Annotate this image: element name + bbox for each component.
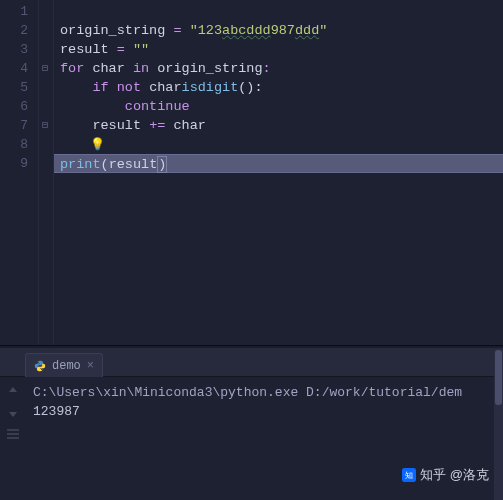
console-result: 123987 [33,402,495,421]
arrow-up-icon[interactable] [7,385,19,397]
code-line[interactable]: result = "" [54,40,503,59]
wrap-icon[interactable] [6,429,20,439]
code-line[interactable]: print(result) [54,155,503,174]
fold-icon[interactable]: ⊟ [42,59,48,78]
svg-text:知: 知 [405,471,413,480]
zhihu-icon: 知 [402,468,416,482]
console-tabbar: demo × [0,346,503,377]
python-icon [34,360,46,372]
close-icon[interactable]: × [87,359,94,373]
arrow-down-icon[interactable] [7,407,19,419]
code-line[interactable]: ⊟for char in origin_string: [54,59,503,78]
tab-demo[interactable]: demo × [25,353,103,377]
code-line[interactable]: origin_string = "123abcddd987ddd" [54,21,503,40]
code-editor[interactable]: 1 2 3 4 5 6 7 8 9 origin_string = "123ab… [0,0,503,345]
fold-gutter [39,0,54,345]
code-line[interactable]: continue [54,97,503,116]
code-line[interactable]: ⊟ result += char [54,116,503,135]
scrollbar-thumb[interactable] [495,350,502,405]
code-line[interactable]: if not charisdigit(): [54,78,503,97]
console-command: C:\Users\xin\Miniconda3\python.exe D:/wo… [33,383,495,402]
code-line[interactable]: 💡 [54,135,503,155]
lightbulb-icon[interactable]: 💡 [90,138,105,152]
tab-label: demo [52,359,81,373]
code-line[interactable] [54,2,503,21]
line-number-gutter: 1 2 3 4 5 6 7 8 9 [0,0,39,345]
fold-end-icon: ⊟ [42,116,48,135]
watermark: 知 知乎 @洛克 [402,466,489,484]
console-toolbar [0,377,25,497]
